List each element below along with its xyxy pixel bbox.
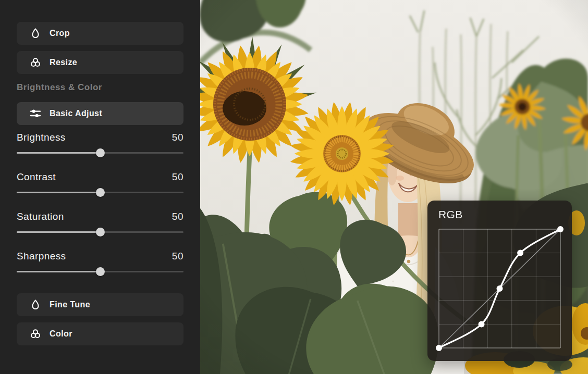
photo-canvas: RGB bbox=[200, 0, 588, 374]
slider-value: 50 bbox=[172, 211, 183, 222]
contrast-slider[interactable] bbox=[17, 188, 183, 197]
slider-label: Brightness bbox=[17, 132, 66, 143]
brightness-slider[interactable] bbox=[17, 148, 183, 157]
slider-label: Saturation bbox=[17, 211, 64, 222]
circles-icon bbox=[29, 56, 42, 69]
slider-thumb[interactable] bbox=[96, 228, 105, 236]
tool-color[interactable]: Color bbox=[17, 322, 183, 345]
curve-point[interactable] bbox=[557, 226, 564, 232]
droplet-icon bbox=[29, 27, 42, 40]
sidebar: Crop Resize Brightness & Color Basic Adj… bbox=[0, 0, 200, 374]
tool-label: Basic Adjust bbox=[50, 109, 102, 118]
tone-curve[interactable] bbox=[439, 229, 560, 348]
slider-label: Contrast bbox=[17, 171, 56, 183]
slider-fill bbox=[17, 231, 100, 233]
sliders-icon bbox=[29, 107, 42, 120]
slider-thumb[interactable] bbox=[96, 148, 105, 157]
tool-label: Resize bbox=[50, 58, 77, 67]
curve-point[interactable] bbox=[479, 321, 485, 327]
slider-group-saturation: Saturation 50 bbox=[17, 210, 183, 236]
top-tools: Crop Resize bbox=[17, 22, 183, 74]
tool-label: Fine Tune bbox=[50, 300, 90, 309]
tool-crop[interactable]: Crop bbox=[17, 22, 183, 45]
slider-thumb[interactable] bbox=[96, 188, 105, 197]
curve-point[interactable] bbox=[517, 250, 523, 256]
circles-icon bbox=[29, 328, 42, 340]
tool-resize[interactable]: Resize bbox=[17, 51, 183, 74]
saturation-slider[interactable] bbox=[17, 228, 183, 236]
adjust-sliders: Brightness 50 Contrast 50 Saturation 50 bbox=[17, 131, 183, 276]
app-window: Crop Resize Brightness & Color Basic Adj… bbox=[0, 0, 588, 374]
slider-fill bbox=[17, 271, 100, 272]
curves-channel-label: RGB bbox=[438, 208, 463, 221]
tool-basic-adjust[interactable]: Basic Adjust bbox=[17, 102, 183, 125]
sharpness-slider[interactable] bbox=[17, 267, 183, 276]
bottom-tools: Fine Tune Color bbox=[17, 293, 183, 345]
curve-point[interactable] bbox=[497, 285, 503, 292]
slider-group-sharpness: Sharpness 50 bbox=[17, 250, 183, 276]
slider-group-contrast: Contrast 50 bbox=[17, 171, 183, 197]
slider-group-brightness: Brightness 50 bbox=[17, 131, 183, 157]
slider-label: Sharpness bbox=[17, 251, 66, 262]
droplet-icon bbox=[29, 298, 42, 311]
curve-point[interactable] bbox=[436, 345, 442, 351]
slider-value: 50 bbox=[172, 171, 183, 183]
slider-value: 50 bbox=[172, 132, 183, 143]
tool-label: Color bbox=[50, 329, 72, 339]
curves-panel: RGB bbox=[427, 201, 572, 361]
slider-value: 50 bbox=[172, 251, 183, 262]
section-header: Brightness & Color bbox=[17, 82, 183, 93]
slider-thumb[interactable] bbox=[96, 267, 105, 276]
slider-fill bbox=[17, 152, 100, 154]
tool-label: Crop bbox=[50, 29, 70, 38]
slider-fill bbox=[17, 192, 100, 193]
tool-fine-tune[interactable]: Fine Tune bbox=[17, 293, 183, 316]
